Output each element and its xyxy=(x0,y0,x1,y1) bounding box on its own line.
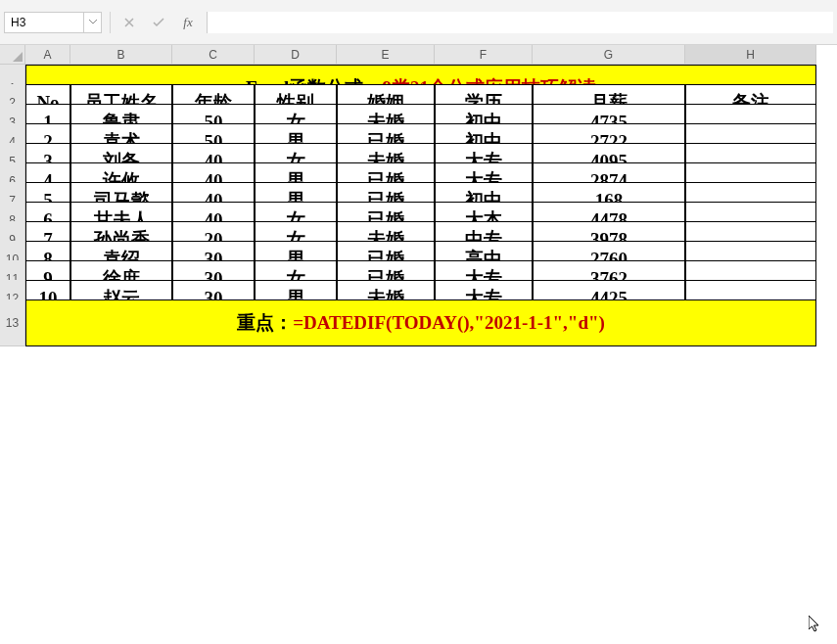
check-icon xyxy=(153,18,164,27)
col-header-G[interactable]: G xyxy=(533,45,685,65)
col-header-B[interactable]: B xyxy=(70,45,172,65)
col-header-H[interactable]: H xyxy=(685,45,816,65)
name-box-value: H3 xyxy=(11,16,25,29)
col-header-E[interactable]: E xyxy=(337,45,435,65)
cancel-formula-button[interactable] xyxy=(118,12,140,33)
select-all-corner[interactable] xyxy=(0,45,25,65)
spreadsheet-grid[interactable]: ABCDEFGH1Excel函数公式：9类21个公式应用技巧解读2No员工姓名年… xyxy=(0,45,837,319)
footer-label: 重点： xyxy=(237,310,293,336)
formula-bar: H3 fx xyxy=(0,0,837,45)
insert-function-button[interactable]: fx xyxy=(177,12,199,33)
name-box-dropdown[interactable] xyxy=(83,12,101,33)
col-header-F[interactable]: F xyxy=(435,45,533,65)
col-header-D[interactable]: D xyxy=(255,45,337,65)
name-box[interactable]: H3 xyxy=(4,12,102,33)
accept-formula-button[interactable] xyxy=(148,12,169,33)
formula-input[interactable] xyxy=(207,12,833,33)
x-icon xyxy=(124,18,134,27)
footer-formula: =DATEDIF(TODAY(),"2021-1-1","d") xyxy=(293,312,605,334)
col-header-C[interactable]: C xyxy=(172,45,255,65)
col-header-A[interactable]: A xyxy=(25,45,70,65)
mouse-cursor-icon xyxy=(809,616,824,635)
separator xyxy=(110,12,111,33)
fx-icon: fx xyxy=(183,15,192,30)
chevron-down-icon xyxy=(89,20,97,24)
footer-cell[interactable]: 重点：=DATEDIF(TODAY(),"2021-1-1","d") xyxy=(25,299,816,346)
row-header-13[interactable]: 13 xyxy=(0,299,25,346)
